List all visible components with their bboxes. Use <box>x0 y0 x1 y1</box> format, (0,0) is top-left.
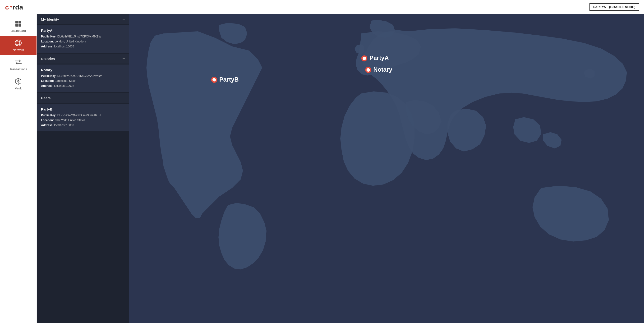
sidebar-label-vault: Vault <box>15 86 22 90</box>
partyb-location: Location: New York, United States <box>41 118 125 122</box>
notary-address: Address: localhost:10002 <box>41 84 125 88</box>
notary-card: Notary Public Key: DL9nrkwUZXGU1KaGdzAKo… <box>37 64 129 92</box>
my-identity-pubkey: Public Key: DLHzthMB1p5nsL7QFXMcMfKBW <box>41 34 125 39</box>
app-logo: c rda <box>5 3 26 12</box>
partyb-card: PartyB Public Key: DL7V5zWZQNcwQJm998ir4… <box>37 104 129 132</box>
sidebar-label-dashboard: Dashboard <box>11 29 26 32</box>
main-layout: Dashboard Network <box>0 14 644 323</box>
svg-text:Notary: Notary <box>373 66 392 73</box>
transactions-icon <box>14 58 22 66</box>
sidebar-label-transactions: Transactions <box>10 67 27 71</box>
vault-icon <box>14 78 22 85</box>
my-identity-location: Location: London, United Kingdom <box>41 39 125 44</box>
peers-collapse-btn[interactable]: − <box>122 96 125 100</box>
my-identity-address: Address: localhost:10005 <box>41 44 125 48</box>
dashboard-icon <box>14 20 22 28</box>
my-identity-name: PartyA <box>41 28 125 32</box>
sidebar-item-dashboard[interactable]: Dashboard <box>0 16 36 36</box>
sidebar-item-transactions[interactable]: Transactions <box>0 55 36 74</box>
peers-header: Peers − <box>37 93 129 103</box>
notaries-title: Notaries <box>41 57 55 61</box>
svg-point-21 <box>212 78 216 81</box>
svg-rect-4 <box>18 21 21 24</box>
svg-rect-3 <box>16 21 18 24</box>
svg-text:PartyA: PartyA <box>370 54 389 61</box>
notaries-collapse-btn[interactable]: − <box>122 56 125 61</box>
app-header: c rda PARTYA - (GRADLE NODE) <box>0 0 644 14</box>
svg-text:rda: rda <box>12 3 24 11</box>
my-identity-title: My Identity <box>41 17 59 21</box>
sidebar: Dashboard Network <box>0 14 37 323</box>
network-icon <box>14 39 22 47</box>
info-panel: My Identity − PartyA Public Key: DLHzthM… <box>37 14 129 323</box>
sidebar-label-network: Network <box>12 48 24 52</box>
notary-location: Location: Barcelona, Spain <box>41 79 125 83</box>
my-identity-header: My Identity − <box>37 14 129 24</box>
world-map-container: PartyA Notary PartyB <box>129 14 644 323</box>
svg-text:PartyB: PartyB <box>219 76 239 83</box>
svg-point-15 <box>362 57 366 60</box>
notary-name: Notary <box>41 68 125 72</box>
sidebar-item-vault[interactable]: Vault <box>0 74 36 94</box>
my-identity-collapse-btn[interactable]: − <box>122 17 125 21</box>
content-area: My Identity − PartyA Public Key: DLHzthM… <box>37 14 644 323</box>
notaries-header: Notaries − <box>37 54 129 64</box>
partyb-name: PartyB <box>41 107 125 111</box>
svg-text:c: c <box>5 3 9 11</box>
partyb-pubkey: Public Key: DL7V5zWZQNcwQJm998ir416EH <box>41 113 125 118</box>
notary-pubkey: Public Key: DL9nrkwUZXGU1KaGdzAKoVVNV <box>41 74 125 78</box>
sidebar-item-network[interactable]: Network <box>0 36 36 55</box>
node-identifier: PARTYA - (GRADLE NODE) <box>590 3 639 11</box>
my-identity-card: PartyA Public Key: DLHzthMB1p5nsL7QFXMcM… <box>37 25 129 53</box>
svg-point-1 <box>10 6 12 8</box>
peers-title: Peers <box>41 96 51 100</box>
svg-point-18 <box>366 68 370 72</box>
svg-rect-5 <box>16 24 18 26</box>
svg-rect-6 <box>18 24 21 26</box>
partyb-address: Address: localhost:10008 <box>41 123 125 127</box>
